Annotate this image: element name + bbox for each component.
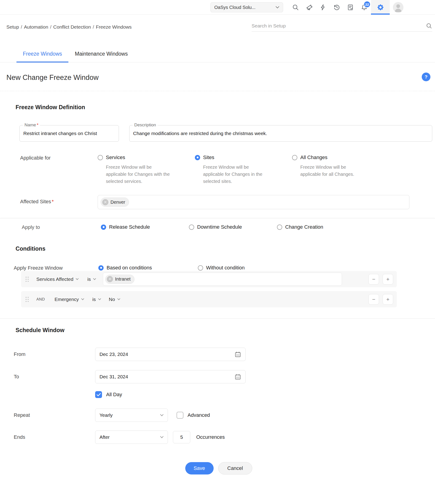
radio-downtime-schedule[interactable]: Downtime Schedule xyxy=(189,224,277,230)
applicable-option-services: Services Freeze Window will be applicabl… xyxy=(98,154,195,185)
condition-row: AND Emergency is No − + xyxy=(21,291,397,307)
condition-field-select[interactable]: Emergency xyxy=(54,297,84,302)
apply-to-label: Apply to xyxy=(0,224,101,230)
to-date-input[interactable]: Dec 31, 2024 xyxy=(95,370,246,383)
ticket-add-icon xyxy=(305,4,313,11)
setup-search-input[interactable] xyxy=(252,23,426,29)
add-request-button[interactable] xyxy=(302,0,316,15)
cancel-button[interactable]: Cancel xyxy=(218,462,252,475)
applicable-for-row: Applicable for Services Freeze Window wi… xyxy=(0,154,435,185)
tab-freeze-windows[interactable]: Freeze Windows xyxy=(17,46,68,63)
repeat-label: Repeat xyxy=(0,412,95,418)
condition-value-select[interactable]: No xyxy=(109,297,120,302)
chevron-down-icon xyxy=(276,6,279,9)
chevron-down-icon xyxy=(117,298,120,300)
radio-release-schedule[interactable]: Release Schedule xyxy=(101,224,189,230)
breadcrumb-automation[interactable]: Automation xyxy=(24,24,48,30)
all-day-row: All Day xyxy=(0,391,435,398)
apply-freeze-window-row: Apply Freeze Window Based on conditions … xyxy=(0,265,435,271)
breadcrumb-separator: / xyxy=(21,24,22,30)
setup-button[interactable] xyxy=(371,0,390,15)
add-condition-button[interactable]: + xyxy=(383,294,393,305)
description-input[interactable] xyxy=(130,131,432,136)
required-asterisk: * xyxy=(37,122,38,127)
definition-heading: Freeze Window Definition xyxy=(16,104,435,110)
chevron-down-icon xyxy=(93,278,96,280)
condition-conjunction: AND xyxy=(36,297,45,302)
chevron-down-icon xyxy=(160,414,164,416)
tab-maintenance-windows[interactable]: Maintenance Windows xyxy=(68,46,134,63)
chevron-down-icon xyxy=(81,298,84,300)
radio-circle-icon xyxy=(195,155,200,160)
save-button[interactable]: Save xyxy=(185,462,214,475)
task-list-icon xyxy=(347,4,354,11)
breadcrumb-setup[interactable]: Setup xyxy=(6,24,19,30)
advanced-checkbox[interactable] xyxy=(177,412,183,419)
global-search-button[interactable] xyxy=(289,0,302,15)
radio-circle-icon xyxy=(292,155,297,160)
notifications-button[interactable]: 22 xyxy=(357,0,371,15)
applicable-for-label: Applicable for xyxy=(0,154,98,161)
from-label: From xyxy=(0,351,95,357)
setup-search xyxy=(252,20,432,32)
radio-without-condition[interactable]: Without condition xyxy=(198,265,297,271)
chip-label: Intranet xyxy=(115,277,130,282)
repeat-select[interactable]: Yearly xyxy=(95,409,168,422)
help-button[interactable]: ? xyxy=(422,72,430,81)
chip-remove-icon[interactable]: ✕ xyxy=(107,276,113,282)
description-field: Description xyxy=(129,125,432,142)
remove-condition-button[interactable]: − xyxy=(368,294,379,305)
tab-bar: Freeze Windows Maintenance Windows xyxy=(0,46,435,63)
radio-circle-icon xyxy=(98,265,104,270)
breadcrumb: Setup / Automation / Conflict Detection … xyxy=(6,24,132,30)
add-condition-button[interactable]: + xyxy=(383,274,393,285)
condition-operator-select[interactable]: is xyxy=(87,277,96,282)
definition-fields: Name* Description xyxy=(19,125,435,142)
remove-condition-button[interactable]: − xyxy=(368,274,379,285)
tenant-selector[interactable]: OaSys Cloud Solu... xyxy=(210,2,283,12)
form-actions: Save Cancel xyxy=(1,462,435,475)
service-chip-intranet: ✕ Intranet xyxy=(105,275,134,284)
search-icon[interactable] xyxy=(426,23,432,29)
ends-select[interactable]: After xyxy=(95,431,168,444)
all-day-checkbox[interactable] xyxy=(95,391,102,398)
breadcrumb-row: Setup / Automation / Conflict Detection … xyxy=(0,15,435,39)
check-icon xyxy=(96,393,101,396)
chip-remove-icon[interactable]: ✕ xyxy=(102,199,108,205)
occurrences-input[interactable] xyxy=(173,431,190,443)
name-input[interactable] xyxy=(20,131,119,136)
breadcrumb-conflict-detection[interactable]: Conflict Detection xyxy=(53,24,91,30)
history-icon xyxy=(333,4,340,11)
radio-sites[interactable]: Sites xyxy=(195,154,292,161)
schedule-heading: Schedule Window xyxy=(16,327,435,333)
affected-sites-input[interactable]: ✕ Denver xyxy=(98,195,409,209)
notification-badge: 22 xyxy=(364,1,371,8)
calendar-icon xyxy=(235,373,241,380)
tasks-button[interactable] xyxy=(344,0,357,15)
radio-circle-icon xyxy=(101,225,106,230)
radio-all-changes[interactable]: All Changes xyxy=(292,154,389,161)
drag-handle-icon[interactable] xyxy=(26,277,29,282)
chevron-down-icon xyxy=(98,298,101,300)
chip-label: Denver xyxy=(111,200,125,205)
condition-field-select[interactable]: Services Affected xyxy=(36,277,79,282)
condition-value-input[interactable]: ✕ Intranet xyxy=(103,273,342,286)
condition-row: Services Affected is ✕ Intranet − + xyxy=(21,271,397,287)
ends-row: Ends After Occurrences xyxy=(0,431,435,444)
quick-actions-button[interactable] xyxy=(316,0,330,15)
site-chip-denver: ✕ Denver xyxy=(101,198,129,207)
from-date-input[interactable]: Dec 23, 2024 xyxy=(95,348,246,361)
search-icon xyxy=(292,4,299,11)
applicable-option-all-changes: All Changes Freeze Window will be applic… xyxy=(292,154,389,178)
condition-operator-select[interactable]: is xyxy=(92,297,101,302)
user-avatar[interactable] xyxy=(393,2,403,13)
radio-change-creation[interactable]: Change Creation xyxy=(277,224,365,230)
radio-services[interactable]: Services xyxy=(98,154,195,161)
radio-circle-icon xyxy=(98,155,103,160)
name-field: Name* xyxy=(19,125,119,142)
drag-handle-icon[interactable] xyxy=(26,297,29,302)
breadcrumb-separator: / xyxy=(93,24,94,30)
history-button[interactable] xyxy=(330,0,344,15)
top-icons: 22 xyxy=(289,0,403,15)
radio-based-on-conditions[interactable]: Based on conditions xyxy=(98,265,198,271)
